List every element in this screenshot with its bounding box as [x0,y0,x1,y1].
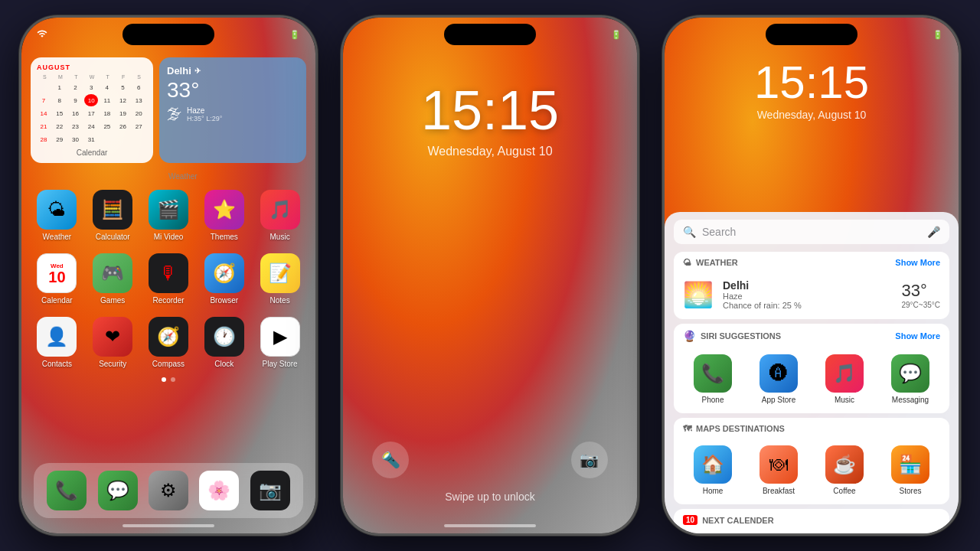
app-compass[interactable]: 🧭 Compass [145,317,192,368]
mic-icon[interactable]: 🎤 [927,226,940,238]
dock-messages[interactable]: 💬 [98,471,138,510]
maps-section-label: MAPS DESTINATIONS [696,424,785,433]
app-mivideo[interactable]: 🎬 Mi Video [145,190,192,241]
app-browser[interactable]: 🧭 Browser [201,253,247,305]
page-dots [21,377,315,382]
notch-2 [444,24,536,45]
app-grid-row3: 👤 Contacts ❤ Security 🧭 Compass 🕐 Clock … [21,311,315,374]
weather-notif-info: Delhi Haze Chance of rain: 25 % [723,279,892,310]
app-calendar[interactable]: Wed 10 Calendar [34,253,80,305]
cal-month: AUGUST [37,64,147,71]
app-music[interactable]: 🎵 Music [256,190,303,241]
maps-destinations: 🏠 Home 🍽 Breakfast ☕ Coffee 🏪 Stores [674,439,949,504]
weather-condition: Haze [187,106,222,115]
maps-dest-home[interactable]: 🏠 Home [694,445,732,495]
siri-section-header: 🔮 SIRI SUGGESTIONS Show More [674,324,949,348]
status-wifi [37,28,67,41]
siri-app-phone[interactable]: 📞 Phone [694,354,732,404]
siri-section-label: SIRI SUGGESTIONS [701,331,781,341]
dock-settings[interactable]: ⚙ [149,471,188,510]
weather-range: H:35° L:29° [187,115,222,122]
siri-app-appstore[interactable]: 🅐 App Store [760,354,798,404]
weather-icon-area: 🌫 Haze H:35° L:29° [167,106,299,123]
maps-dest-stores[interactable]: 🏪 Stores [891,445,929,495]
dock: 📞 💬 ⚙ 🌸 📷 [34,463,303,518]
maps-dest-breakfast[interactable]: 🍽 Breakfast [760,445,798,495]
weather-widget-label: Weather [168,172,198,181]
dock-photos[interactable]: 🌸 [199,471,239,510]
weather-notif-condition: Haze [723,292,892,301]
home-indicator-3 [766,524,858,527]
app-security[interactable]: ❤ Security [90,317,136,368]
weather-widget[interactable]: Delhi ✈ 33° 🌫 Haze H:35° L:29° [159,57,306,163]
weather-notif-range: 29°C~35°C [901,301,940,309]
dock-phone[interactable]: 📞 [47,471,87,510]
siri-section: 🔮 SIRI SUGGESTIONS Show More 📞 Phone 🅐 A… [674,324,949,413]
notif-date: Wednesday, August 10 [665,109,959,121]
maps-section: 🗺 MAPS DESTINATIONS 🏠 Home 🍽 Breakfast ☕ [674,418,949,504]
notch-1 [122,24,214,45]
app-recorder[interactable]: 🎙 Recorder [145,253,192,305]
siri-show-more[interactable]: Show More [895,331,940,341]
weather-notif: 🌅 Delhi Haze Chance of rain: 25 % 33° 29… [674,273,949,319]
weather-show-more[interactable]: Show More [895,258,940,267]
siri-icon: 🔮 [683,330,696,342]
haze-icon: 🌫 [167,106,182,123]
app-clock[interactable]: 🕐 Clock [201,317,247,368]
notch-3 [766,24,858,45]
weather-notif-icon: 🌅 [683,280,714,309]
lock-bottom: 🔦 📷 Swipe up to unlock [343,442,637,503]
weather-section-icon: 🌤 [683,258,691,267]
maps-dest-coffee[interactable]: ☕ Coffee [825,445,864,495]
home-indicator-2 [444,524,536,527]
camera-btn[interactable]: 📷 [571,442,608,478]
app-notes[interactable]: 📝 Notes [256,253,303,305]
lock-date: Wednesday, August 10 [427,145,552,158]
calendar-widget[interactable]: AUGUST SMTWTFS 123456 78910111213 141516… [31,57,153,163]
app-themes[interactable]: ⭐ Themes [201,190,247,241]
siri-app-music[interactable]: 🎵 Music [825,354,864,404]
weather-section-header: 🌤 WEATHER Show More [674,252,949,273]
home-indicator-1 [122,524,214,527]
notif-time: 15:15 [665,56,959,109]
next-calendar: Sun Mon Tue Wed Thu Fri Sat 7 初一 [674,531,949,533]
app-games[interactable]: 🎮 Games [90,253,136,305]
search-bar[interactable]: 🔍 Search 🎤 [674,220,949,244]
lock-screen: 15:15 Wednesday, August 10 🔦 📷 Swipe up … [343,18,637,533]
app-grid-row2: Wed 10 Calendar 🎮 Games 🎙 Recorder 🧭 Bro… [21,247,315,311]
battery-icon: 🔋 [289,30,300,40]
phone-3: * ▐▐▐ LTE 🔋 15:15 Wednesday, August 10 🔍… [662,15,961,536]
weather-temp: 33° [167,78,299,103]
calendar-widget-label: Calendar [37,148,147,157]
weather-notif-city: Delhi [723,279,892,292]
calendar-section: 10 NEXT CALENDER Sun Mon Tue Wed Thu Fri… [674,509,949,533]
cal-grid: 123456 78910111213 14151617181920 212223… [37,81,147,145]
dock-camera[interactable]: 📷 [250,471,290,510]
siri-suggestions: 📞 Phone 🅐 App Store 🎵 Music 💬 Messaging [674,348,949,413]
app-calculator[interactable]: 🧮 Calculator [90,190,136,241]
siri-app-messaging[interactable]: 💬 Messaging [891,354,929,404]
app-grid-row1: 🌤 Weather 🧮 Calculator 🎬 Mi Video ⭐ Them… [21,184,315,247]
cal-days-header: SMTWTFS [37,74,147,80]
battery-area: 🔋 [289,30,300,40]
maps-icon: 🗺 [683,424,691,433]
app-contacts[interactable]: 👤 Contacts [34,317,80,368]
weather-city: Delhi ✈ [167,65,299,77]
cal-badge: 10 [683,515,697,525]
clock-label: Clock [214,360,234,368]
app-playstore[interactable]: ▶ Play Store [256,317,303,368]
notif-panel[interactable]: 🔍 Search 🎤 🌤 WEATHER Show More 🌅 Delhi [665,212,959,533]
home-screen: AUGUST SMTWTFS 123456 78910111213 141516… [21,18,315,533]
search-input[interactable]: Search [702,226,921,238]
swipe-text: Swipe up to unlock [445,491,535,503]
weather-section-label: WEATHER [696,258,738,267]
phone-1: * ▐▐▐ LTE 🔋 AUGUST SMTWTFS 123456 789101… [19,15,318,536]
weather-notif-rain: Chance of rain: 25 % [723,301,892,310]
phone-2: * ▐▐▐ LTE 🔋 15:15 Wednesday, August 10 🔦… [341,15,639,536]
maps-section-header: 🗺 MAPS DESTINATIONS [674,418,949,439]
lock-controls: 🔦 📷 [372,442,607,478]
flashlight-btn[interactable]: 🔦 [372,442,409,478]
app-weather[interactable]: 🌤 Weather [34,190,80,241]
weather-notif-temp: 33° [901,281,940,301]
notification-center: 15:15 Wednesday, August 10 🔍 Search 🎤 🌤 … [665,18,959,533]
